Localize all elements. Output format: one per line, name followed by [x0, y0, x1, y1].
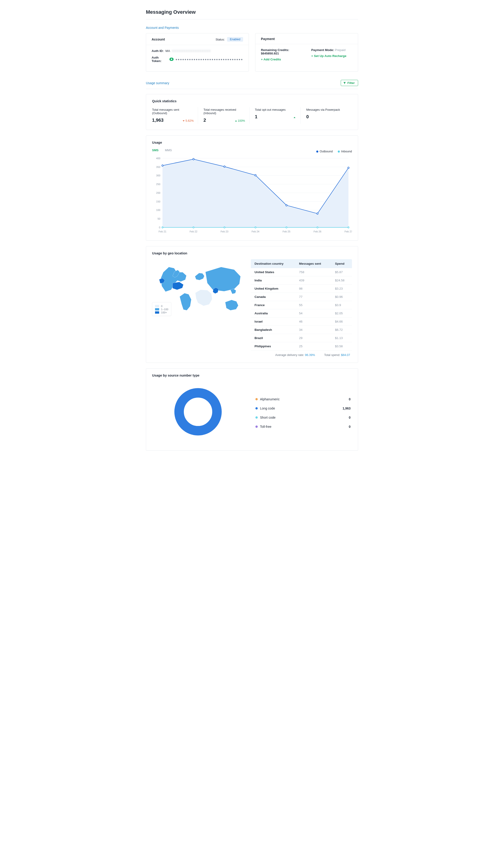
cell-spend: $6.72: [331, 326, 352, 334]
legend-dot-icon: [338, 151, 340, 153]
cell-spend: $5.87: [331, 268, 352, 276]
legend-label-2: 100+: [161, 311, 167, 314]
svg-point-39: [179, 393, 217, 431]
status-label: Status:: [216, 38, 225, 41]
donut-legend-label: Toll-free: [260, 425, 271, 429]
auto-recharge-link[interactable]: + Set Up Auto Recharge: [311, 54, 346, 58]
stat-item: Total messages received (Inbound) 2 100%: [198, 107, 250, 124]
svg-text:Feb 25: Feb 25: [283, 230, 290, 233]
usage-card-title: Usage: [152, 141, 352, 144]
svg-point-29: [286, 205, 287, 206]
table-row[interactable]: France 55 $3.9: [251, 301, 352, 309]
svg-point-37: [317, 227, 318, 228]
payment-mode-value: Prepaid: [335, 48, 346, 52]
table-row[interactable]: Bangladesh 34 $6.72: [251, 326, 352, 334]
cell-spend: $0.96: [331, 293, 352, 301]
svg-point-28: [255, 174, 256, 176]
filter-icon: [343, 82, 346, 84]
cell-country: Canada: [251, 293, 295, 301]
cell-country: France: [251, 301, 295, 309]
svg-point-26: [193, 158, 194, 160]
table-row[interactable]: Philippines 25 $3.58: [251, 342, 352, 351]
donut-dot-icon: [255, 407, 258, 409]
usage-card: Usage SMSMMS OutboundInbound 05010015020…: [146, 135, 358, 241]
geo-col-sent[interactable]: Messages sent: [295, 259, 331, 268]
svg-text:Feb 24: Feb 24: [252, 230, 259, 233]
svg-point-38: [348, 227, 349, 228]
legend-swatch-0: [155, 305, 159, 307]
add-credits-link[interactable]: + Add Credits: [261, 58, 281, 61]
cell-spend: $3.58: [331, 342, 352, 351]
stat-delta: [294, 116, 296, 119]
stat-label: Messages via Powerpack: [306, 108, 348, 112]
tab-sms[interactable]: SMS: [152, 148, 158, 153]
section-account-payments: Account and Payments: [146, 26, 358, 29]
donut-legend-value: 0: [349, 397, 350, 401]
svg-point-34: [224, 227, 225, 228]
svg-text:Feb 27: Feb 27: [345, 230, 352, 233]
tab-mms[interactable]: MMS: [165, 148, 172, 153]
table-row[interactable]: Israel 46 $4.66: [251, 317, 352, 326]
table-row[interactable]: United States 758 $5.87: [251, 268, 352, 276]
stat-delta: 100%: [235, 119, 245, 122]
auth-id-prefix: MA: [165, 49, 170, 53]
legend-item: Outbound: [316, 149, 333, 153]
svg-point-33: [193, 227, 194, 228]
cell-country: United Kingdom: [251, 285, 295, 293]
svg-text:400: 400: [156, 157, 160, 160]
total-spend-label: Total spend:: [324, 353, 340, 357]
table-row[interactable]: United Kingdom 98 $3.23: [251, 285, 352, 293]
auth-id-redacted: XXXXXXXXXXXXXXXXX: [172, 49, 211, 53]
donut-legend-value: 0: [349, 416, 350, 419]
cell-country: Philippines: [251, 342, 295, 351]
cell-sent: 25: [295, 342, 331, 351]
cell-sent: 758: [295, 268, 331, 276]
stat-value: 0: [306, 114, 309, 119]
donut-legend-value: 1,963: [343, 406, 350, 410]
section-usage-summary: Usage summary: [146, 81, 169, 85]
cell-spend: $3.9: [331, 301, 352, 309]
caret-up-icon: [235, 120, 237, 121]
table-row[interactable]: Canada 77 $0.96: [251, 293, 352, 301]
eye-icon[interactable]: [170, 58, 174, 61]
donut-dot-icon: [255, 398, 258, 400]
cell-spend: $1.13: [331, 334, 352, 342]
cell-country: Australia: [251, 309, 295, 317]
status-badge: Enabled: [227, 37, 243, 42]
table-row[interactable]: Brazil 29 $1.13: [251, 334, 352, 342]
donut-legend-item: Alphanumeric 0: [254, 395, 352, 404]
cell-country: Bangladesh: [251, 326, 295, 334]
payment-mode-label: Payment Mode:: [311, 48, 334, 52]
cell-sent: 77: [295, 293, 331, 301]
caret-up-icon: [294, 117, 295, 118]
geo-col-country[interactable]: Destination country: [251, 259, 295, 268]
cell-sent: 54: [295, 309, 331, 317]
geo-card: Usage by geo location: [146, 246, 358, 363]
geo-col-spend[interactable]: Spend: [331, 259, 352, 268]
legend-label-1: 1–100: [161, 308, 168, 311]
svg-text:Feb 23: Feb 23: [221, 230, 228, 233]
table-row[interactable]: India 439 $24.58: [251, 276, 352, 285]
stat-value: 1,963: [152, 118, 163, 123]
remaining-credits-value: $645850.921: [261, 52, 279, 55]
svg-text:150: 150: [156, 200, 160, 203]
cell-country: Brazil: [251, 334, 295, 342]
account-card-title: Account: [151, 38, 165, 41]
geo-card-title: Usage by geo location: [152, 251, 352, 255]
cell-sent: 439: [295, 276, 331, 285]
cell-spend: $4.66: [331, 317, 352, 326]
cell-country: India: [251, 276, 295, 285]
table-row[interactable]: Australia 54 $2.05: [251, 309, 352, 317]
auth-token-label: Auth Token:: [151, 56, 168, 63]
stat-label: Total messages sent (Outbound): [152, 108, 194, 115]
legend-dot-icon: [316, 151, 318, 153]
payment-card: Payment Remaining Credits: $645850.921 +…: [255, 33, 358, 71]
filter-button[interactable]: Filter: [341, 80, 358, 86]
cell-spend: $2.05: [331, 309, 352, 317]
divider: [146, 89, 358, 89]
donut-chart: [172, 386, 224, 438]
svg-point-36: [286, 227, 287, 228]
caret-down-icon: [183, 120, 185, 121]
divider: [146, 19, 358, 19]
page-title: Messaging Overview: [146, 9, 358, 15]
